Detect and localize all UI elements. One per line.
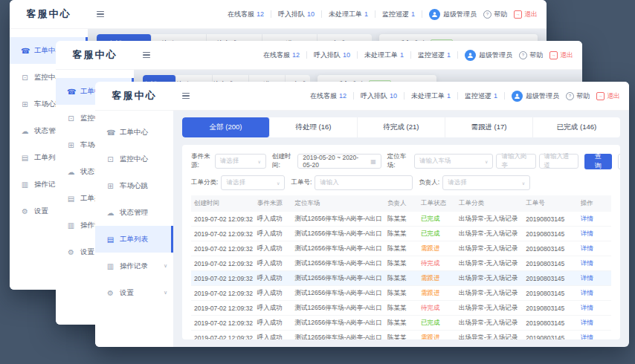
table-row[interactable]: 2019-07-02 12:09:32呼入成功测试12656停车场-A岗亭-A出… xyxy=(191,331,611,340)
metric-value: 12 xyxy=(292,51,300,59)
table-row[interactable]: 2019-07-02 12:09:32呼入成功测试12656停车场-A岗亭-A出… xyxy=(191,286,611,301)
help-button[interactable]: ?帮助 xyxy=(519,51,543,60)
sidebar-collapse-icon[interactable] xyxy=(182,93,190,100)
detail-link[interactable]: 详情 xyxy=(581,319,593,326)
user-avatar-icon xyxy=(512,91,523,102)
cell-owner: 陈某某 xyxy=(384,256,418,271)
user-menu[interactable]: 超级管理员 xyxy=(465,50,512,61)
header-metric-2[interactable]: 未处理工单1 xyxy=(364,51,404,60)
list-icon: ▤ xyxy=(21,154,29,162)
cell-category: 出场异常-无入场记录 xyxy=(456,301,523,316)
sidebar-collapse-icon[interactable] xyxy=(143,52,150,59)
exit-icon: → xyxy=(596,92,605,100)
header-metric-1[interactable]: 呼入排队10 xyxy=(361,91,397,101)
detail-link[interactable]: 详情 xyxy=(581,289,593,296)
sidebar-item-0[interactable]: ☎工单中心 xyxy=(95,119,173,146)
tab-2[interactable]: 待完成 (21) xyxy=(358,117,445,137)
header-metric-2[interactable]: 未处理工单1 xyxy=(329,10,368,19)
filter-category: 工单分类: 请选择 ∨ xyxy=(191,175,285,190)
table-row[interactable]: 2019-07-02 12:09:32呼入成功测试12656停车场-A岗亭-A出… xyxy=(191,271,611,286)
sidebar-item-2[interactable]: ⊞车场心跳 xyxy=(95,172,173,199)
detail-link[interactable]: 详情 xyxy=(581,274,593,282)
table-row[interactable]: 2019-07-02 12:09:32呼入成功测试12656停车场-A岗亭-A出… xyxy=(191,212,611,227)
header-metric-1[interactable]: 呼入排队10 xyxy=(278,10,315,19)
tab-1[interactable]: 待处理 (16) xyxy=(270,117,358,137)
cell-action: 详情 xyxy=(578,271,611,286)
filter-label: 定位车场: xyxy=(387,152,411,170)
cell-order_no: 20190803145 xyxy=(523,316,577,331)
cell-category: 出场异常-无入场记录 xyxy=(456,227,523,241)
cell-order_no: 20190803145 xyxy=(523,271,577,286)
table-row[interactable]: 2019-07-02 12:09:32呼入成功测试12656停车场-A岗亭-A出… xyxy=(191,301,611,316)
user-menu[interactable]: 超级管理员 xyxy=(512,91,559,102)
chevron-down-icon: ∨ xyxy=(164,290,167,296)
tab-3[interactable]: 需跟进 (17) xyxy=(445,117,533,137)
header-metric-0[interactable]: 在线客服12 xyxy=(263,51,300,60)
reset-button[interactable]: 重置 xyxy=(618,154,620,169)
category-select[interactable]: 请选择 ∨ xyxy=(221,175,285,190)
chevron-down-icon: ∨ xyxy=(277,181,280,186)
work-order-table: 创建时间事件来源定位车场负责人工单状态工单分类工单号操作 2019-07-02 … xyxy=(191,195,611,339)
metric-value: 12 xyxy=(257,10,264,18)
date-range-picker[interactable]: 2019-05-20 ~ 2020-05-20 ▦ xyxy=(297,154,381,169)
cell-action: 详情 xyxy=(578,316,611,331)
app-window-front: 客服中心 在线客服12呼入排队10未处理工单1监控巡逻1超级管理员?帮助→退出 … xyxy=(95,82,629,347)
sidebar-item-label: 设置 xyxy=(34,207,48,216)
detail-link[interactable]: 详情 xyxy=(581,334,593,340)
help-button[interactable]: ?帮助 xyxy=(483,10,507,19)
user-menu[interactable]: 超级管理员 xyxy=(429,9,477,20)
detail-link[interactable]: 详情 xyxy=(581,230,593,237)
filter-label: 负责人: xyxy=(419,178,439,187)
filter-label: 创建时间: xyxy=(272,152,294,170)
header-metric-3[interactable]: 监控巡逻1 xyxy=(382,10,415,19)
detail-link[interactable]: 详情 xyxy=(581,244,593,252)
cloud-icon: ☁ xyxy=(21,127,29,135)
event-source-select[interactable]: 请选择 ∨ xyxy=(215,154,266,169)
header-metric-2[interactable]: 未处理工单1 xyxy=(411,91,451,101)
column-header-3: 负责人 xyxy=(384,195,418,212)
channel-input[interactable]: 请输入通道 xyxy=(539,154,578,169)
cell-status: 待完成 xyxy=(418,301,456,316)
detail-link[interactable]: 详情 xyxy=(581,259,593,267)
sidebar-item-label: 状态管理 xyxy=(120,208,148,218)
filter-parking-lot: 定位车场: 请输入车场 ∨ 请输入岗亭 请输入通道 xyxy=(387,152,578,170)
tab-0[interactable]: 全部 (200) xyxy=(182,117,270,137)
grid-icon: ⊞ xyxy=(106,182,115,190)
help-label: 帮助 xyxy=(529,51,543,60)
detail-link[interactable]: 详情 xyxy=(581,304,593,311)
header-metric-3[interactable]: 监控巡逻1 xyxy=(418,51,451,60)
table-row[interactable]: 2019-07-02 12:09:32呼入成功测试12656停车场-A岗亭-A出… xyxy=(191,256,611,271)
logout-button[interactable]: →退出 xyxy=(514,10,538,19)
sidebar-collapse-icon[interactable] xyxy=(97,11,104,18)
header-metric-1[interactable]: 呼入排队10 xyxy=(314,51,350,60)
app-header: 客服中心 在线客服12呼入排队10未处理工单1监控巡逻1超级管理员?帮助→退出 xyxy=(56,41,582,70)
header-metric-0[interactable]: 在线客服12 xyxy=(228,10,264,19)
sidebar-item-5[interactable]: ▥操作记录∨ xyxy=(95,253,173,279)
cell-owner: 陈某某 xyxy=(384,286,418,301)
order-no-input[interactable]: 请输入 xyxy=(315,175,413,190)
logout-button[interactable]: →退出 xyxy=(596,91,620,101)
header-metric-3[interactable]: 监控巡逻1 xyxy=(465,91,497,101)
sidebar-item-3[interactable]: ☁状态管理 xyxy=(95,199,173,226)
table-row[interactable]: 2019-07-02 12:09:32呼入成功测试12656停车场-A岗亭-A出… xyxy=(191,227,611,241)
parking-lot-select[interactable]: 请输入车场 ∨ xyxy=(414,154,493,169)
cell-status: 已完成 xyxy=(418,227,456,241)
cell-lot: 测试12656停车场-A岗亭-A出口 xyxy=(292,271,384,286)
tab-4[interactable]: 已完成 (146) xyxy=(533,117,620,137)
select-placeholder: 请选择 xyxy=(448,178,467,187)
sidebar-item-4[interactable]: ▤工单列表 xyxy=(95,226,173,253)
booth-input[interactable]: 请输入岗亭 xyxy=(496,154,535,169)
header-metric-0[interactable]: 在线客服12 xyxy=(310,91,346,101)
table-row[interactable]: 2019-07-02 12:09:32呼入成功测试12656停车场-A岗亭-A出… xyxy=(191,316,611,331)
owner-select[interactable]: 请选择 ∨ xyxy=(442,175,530,190)
sidebar-item-6[interactable]: ⚙设置∨ xyxy=(95,279,173,306)
metric-value: 1 xyxy=(411,10,415,18)
input-placeholder: 请输入岗亭 xyxy=(501,152,530,170)
detail-link[interactable]: 详情 xyxy=(581,215,593,222)
search-button[interactable]: 查询 xyxy=(584,154,612,169)
sidebar-item-1[interactable]: ⊡监控中心 xyxy=(95,146,173,172)
metric-value: 1 xyxy=(447,92,451,100)
table-row[interactable]: 2019-07-02 12:09:32呼入成功测试12656停车场-A岗亭-A出… xyxy=(191,241,611,256)
logout-button[interactable]: →退出 xyxy=(549,51,573,60)
help-button[interactable]: ?帮助 xyxy=(566,91,590,101)
